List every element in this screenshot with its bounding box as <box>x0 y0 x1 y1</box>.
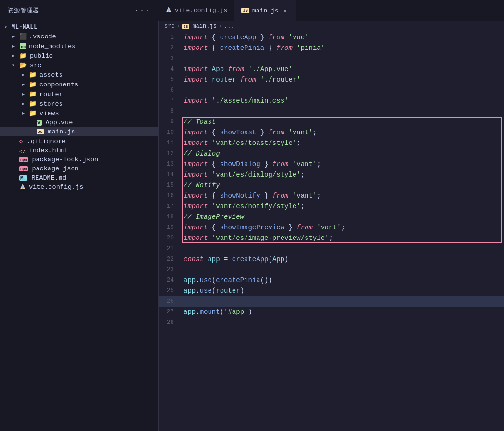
line-number-7: 7 <box>159 96 182 106</box>
more-options-icon[interactable]: ··· <box>134 6 151 15</box>
code-line-2: 2import { createPinia } from 'pinia' <box>159 43 504 53</box>
variable-token: router <box>212 76 236 84</box>
editor-area[interactable]: 1import { createApp } from 'vue'2import … <box>159 32 504 431</box>
src-label: src <box>30 62 41 69</box>
line-number-27: 27 <box>159 307 182 317</box>
line-content-7: import './assets/main.css' <box>182 96 504 106</box>
package-lock-label: package-lock.json <box>32 156 98 163</box>
sidebar-item-views[interactable]: ▶ 📁 views <box>0 108 158 118</box>
variable-token: app <box>208 255 220 263</box>
sidebar-item-package-json[interactable]: ▶ npm package.json <box>0 164 158 173</box>
top-bar: 资源管理器 ··· vite.config.js JS main.js ✕ <box>0 0 504 21</box>
line-number-22: 22 <box>159 254 182 264</box>
breadcrumb: src › JS main.js › ... <box>159 21 504 32</box>
node-modules-icon: nm <box>19 42 27 50</box>
function-token: createPinia <box>216 276 260 284</box>
line-content-27: app.mount('#app') <box>182 307 504 317</box>
js-tab-icon: JS <box>241 8 249 13</box>
root-label: ML-MALL <box>12 24 37 31</box>
sidebar-item-stores[interactable]: ▶ 📁 stores <box>0 99 158 108</box>
keyword-token: import <box>184 203 208 210</box>
keyword-token: from <box>240 76 257 84</box>
sidebar-item-vite-config[interactable]: ▶ vite.config.js <box>0 182 158 192</box>
line-number-18: 18 <box>159 212 182 222</box>
sidebar-item-root[interactable]: ▾ ML-MALL <box>0 23 158 32</box>
vscode-label: .vscode <box>29 33 56 40</box>
plain-token <box>208 44 211 52</box>
line-content-20: import 'vant/es/image-preview/style'; <box>182 233 504 243</box>
sidebar-item-app-vue[interactable]: ▶ V App.vue <box>0 118 158 127</box>
comment-token: // ImagePreview <box>184 213 244 221</box>
punctuation-token: } <box>264 44 276 52</box>
views-label: views <box>39 110 59 117</box>
punctuation-token: { <box>212 129 220 136</box>
npm-icon: npm <box>19 166 28 171</box>
line-number-21: 21 <box>159 243 182 254</box>
line-number-23: 23 <box>159 264 182 275</box>
vite-tab-label: vite.config.js <box>175 7 227 14</box>
sidebar-item-node-modules[interactable]: ▶ nm node_modules <box>0 41 158 51</box>
string-token: 'pinia' <box>293 44 325 52</box>
svg-text:</>: </> <box>19 149 26 154</box>
code-line-3: 3 <box>159 53 504 64</box>
node-chevron: ▶ <box>10 43 17 49</box>
keyword-token: import <box>184 224 208 231</box>
keyword-token: from <box>268 129 284 136</box>
src-folder-icon: 📂 <box>19 61 27 69</box>
punctuation-token: ) <box>284 255 288 263</box>
function-token: createApp <box>232 255 269 263</box>
punctuation-token: ( <box>212 276 216 284</box>
readme-label: README.md <box>31 174 66 181</box>
line-number-17: 17 <box>159 201 182 212</box>
punctuation-token: . <box>196 287 199 295</box>
root-chevron: ▾ <box>2 24 10 30</box>
keyword-token: import <box>184 97 208 105</box>
punctuation-token: ; <box>317 160 320 168</box>
line-number-20: 20 <box>159 233 182 243</box>
code-line-28: 28 <box>159 317 504 328</box>
router-label: router <box>39 91 63 98</box>
line-number-2: 2 <box>159 43 182 53</box>
keyword-token: from <box>268 34 284 41</box>
line-content-26 <box>182 296 504 307</box>
sidebar-item-assets[interactable]: ▶ 📁 assets <box>0 70 158 80</box>
md-icon: M↓ <box>19 175 27 181</box>
views-folder-icon: 📁 <box>29 109 37 117</box>
line-content-17: import 'vant/es/notify/style'; <box>182 201 504 212</box>
sidebar-item-gitignore[interactable]: ▶ ◇ .gitignore <box>0 136 158 146</box>
punctuation-token: { <box>212 44 220 52</box>
components-chevron: ▶ <box>19 82 27 87</box>
sidebar-item-router[interactable]: ▶ 📁 router <box>0 89 158 99</box>
main-js-icon: JS <box>37 129 44 134</box>
string-token: 'vant/es/toast/style' <box>208 139 296 147</box>
editor-wrapper: src › JS main.js › ... 1import { createA… <box>159 21 504 431</box>
node-modules-label: node_modules <box>29 43 75 50</box>
sidebar-item-readme[interactable]: ▶ M↓ README.md <box>0 173 158 182</box>
line-content-15: // Notify <box>182 180 504 191</box>
comment-token: // Toast <box>184 118 216 126</box>
tab-vite-config[interactable]: vite.config.js <box>159 0 234 21</box>
package-json-label: package.json <box>32 165 78 172</box>
plain-token <box>208 129 211 136</box>
punctuation-token: { <box>212 160 220 168</box>
sidebar-item-vscode[interactable]: ▶ ⬛ .vscode <box>0 32 158 41</box>
plain-token <box>208 160 211 168</box>
sidebar-item-components[interactable]: ▶ 📁 components <box>0 80 158 89</box>
keyword-token: import <box>184 34 208 41</box>
sidebar-item-main-js[interactable]: ▶ JS main.js <box>0 127 158 136</box>
assets-chevron: ▶ <box>19 72 27 78</box>
line-number-12: 12 <box>159 148 182 159</box>
code-line-21: 21 <box>159 243 504 254</box>
sidebar-item-public[interactable]: ▶ 📁 public <box>0 51 158 60</box>
explorer-title: 资源管理器 <box>8 6 39 15</box>
sidebar-item-package-lock[interactable]: ▶ npm package-lock.json <box>0 155 158 164</box>
tab-bar: vite.config.js JS main.js ✕ <box>159 0 504 21</box>
punctuation-token: } <box>260 192 272 200</box>
sidebar-item-index-html[interactable]: ▶ </> index.html <box>0 146 158 155</box>
code-line-15: 15// Notify <box>159 180 504 191</box>
code-line-27: 27app.mount('#app') <box>159 307 504 317</box>
code-line-10: 10import { showToast } from 'vant'; <box>159 127 504 138</box>
tab-close-button[interactable]: ✕ <box>282 7 289 14</box>
tab-main-js[interactable]: JS main.js ✕ <box>234 0 296 21</box>
sidebar-item-src[interactable]: ▾ 📂 src <box>0 60 158 70</box>
